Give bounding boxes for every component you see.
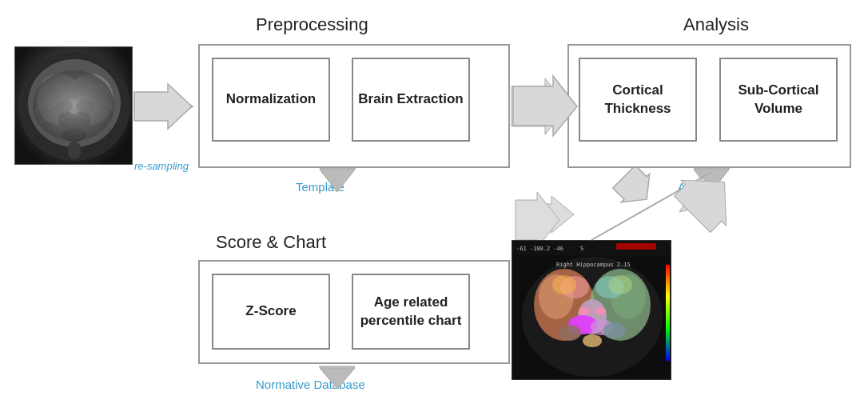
template-label: Template [296, 180, 344, 194]
svg-point-16 [76, 100, 95, 113]
svg-point-30 [583, 334, 602, 347]
brain-scan-colored-image: -61 -100.2 -46 S Right Hippocampus 2.15 [512, 240, 671, 380]
brain-scan-svg: -61 -100.2 -46 S Right Hippocampus 2.15 [512, 241, 671, 380]
svg-point-13 [58, 107, 90, 131]
svg-point-29 [603, 322, 626, 338]
svg-point-12 [69, 74, 113, 125]
zscore-label: Z-Score [245, 302, 296, 320]
subcortical-volume-box: Sub-Cortical Volume [719, 58, 838, 142]
svg-marker-6 [536, 196, 574, 233]
svg-point-15 [54, 100, 73, 113]
cortical-thickness-box: Cortical Thickness [579, 58, 697, 142]
svg-text:S: S [580, 246, 583, 252]
brain-mri-svg [15, 47, 133, 165]
analysis-title: Analysis [683, 14, 749, 35]
percentile-chart-label: Age related percentile chart [353, 294, 468, 329]
brain-extraction-box: Brain Extraction [352, 58, 470, 142]
percentile-chart-box: Age related percentile chart [352, 274, 470, 350]
resample-label: re-sampling [134, 160, 189, 172]
svg-point-33 [552, 275, 576, 294]
svg-point-34 [608, 275, 632, 294]
normative-database-label: Normative Database [256, 378, 365, 391]
subcortical-volume-label: Sub-Cortical Volume [721, 82, 836, 117]
svg-point-36 [595, 307, 606, 315]
svg-point-28 [559, 325, 581, 341]
svg-text:Right Hippocampus 2.15: Right Hippocampus 2.15 [556, 262, 631, 268]
svg-marker-51 [670, 159, 747, 237]
svg-point-17 [62, 129, 86, 142]
svg-point-10 [28, 59, 121, 147]
svg-rect-44 [666, 265, 670, 361]
brain-mri-inner [15, 47, 132, 164]
cortical-thickness-label: Cortical Thickness [580, 82, 695, 117]
svg-marker-2 [512, 78, 567, 134]
preprocessing-title: Preprocessing [256, 14, 368, 35]
svg-rect-42 [616, 243, 656, 250]
svg-marker-1 [134, 94, 193, 118]
svg-point-11 [37, 74, 82, 125]
svg-text:-61 -100.2 -46: -61 -100.2 -46 [516, 246, 563, 252]
atlas-label: Atlas [678, 180, 704, 194]
svg-point-35 [579, 307, 590, 315]
normalization-label: Normalization [226, 90, 316, 108]
normalization-box: Normalization [212, 58, 330, 142]
svg-marker-46 [134, 84, 192, 129]
svg-point-14 [68, 98, 81, 114]
svg-rect-18 [68, 142, 81, 159]
svg-marker-53 [610, 168, 655, 214]
brain-extraction-label: Brain Extraction [358, 90, 463, 108]
score-chart-title: Score & Chart [216, 232, 326, 253]
diagram-container: re-sampling Preprocessing Normalization … [0, 0, 868, 420]
zscore-box: Z-Score [212, 274, 330, 350]
brain-mri-image [14, 46, 133, 165]
